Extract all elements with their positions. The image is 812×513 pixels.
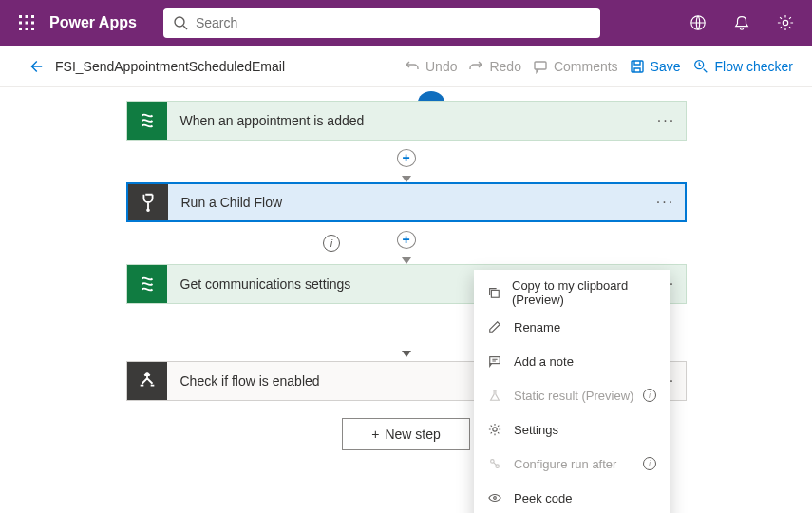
svg-point-12 [783, 20, 787, 25]
notifications-icon[interactable] [723, 4, 761, 42]
command-bar: FSI_SendAppointmentScheduledEmail Undo R… [0, 46, 812, 87]
menu-peek-code[interactable]: Peek code [474, 481, 670, 513]
menu-run-after: Configure run after i [474, 446, 670, 481]
step-menu-button[interactable]: ··· [647, 194, 685, 211]
menu-copy[interactable]: Copy to my clipboard (Preview) [474, 276, 670, 310]
comments-icon [533, 59, 548, 74]
gear-icon [487, 422, 502, 437]
dataverse-icon [127, 102, 167, 140]
brand-title: Power Apps [49, 14, 137, 31]
step-label: Run a Child Flow [168, 195, 647, 210]
svg-rect-8 [31, 28, 34, 30]
svg-rect-7 [26, 28, 28, 30]
child-flow-icon [128, 184, 168, 220]
search-field[interactable] [196, 15, 591, 30]
flask-icon [487, 388, 502, 403]
redo-icon [468, 59, 483, 74]
save-icon [630, 59, 645, 74]
eye-icon [487, 490, 502, 505]
run-after-icon [487, 456, 502, 471]
comments-button[interactable]: Comments [533, 59, 618, 74]
step-menu-button[interactable]: ··· [648, 112, 686, 129]
redo-button[interactable]: Redo [468, 59, 520, 74]
svg-rect-3 [19, 22, 22, 25]
connector: + [0, 141, 812, 182]
save-button[interactable]: Save [630, 59, 681, 74]
app-launcher-icon[interactable] [8, 4, 46, 42]
menu-static-result: Static result (Preview) i [474, 378, 670, 412]
step-label: When an appointment is added [167, 113, 648, 128]
note-icon [487, 353, 502, 369]
svg-rect-0 [19, 15, 22, 18]
flow-checker-button[interactable]: Flow checker [692, 58, 793, 75]
svg-point-16 [147, 209, 149, 211]
svg-rect-14 [632, 61, 643, 72]
svg-point-9 [175, 17, 184, 27]
info-icon[interactable]: i [323, 235, 340, 252]
top-app-bar: Power Apps [0, 0, 812, 46]
connector: i + [0, 222, 812, 264]
search-icon [173, 15, 188, 30]
menu-note[interactable]: Add a note [474, 344, 670, 378]
svg-rect-6 [19, 28, 22, 30]
flow-checker-icon [692, 58, 709, 75]
copy-icon [487, 285, 500, 300]
svg-point-21 [496, 465, 500, 468]
settings-gear-icon[interactable] [766, 4, 804, 42]
svg-rect-2 [31, 15, 34, 18]
menu-rename[interactable]: Rename [474, 310, 670, 344]
flow-title: FSI_SendAppointmentScheduledEmail [55, 59, 285, 74]
add-step-button[interactable]: + [397, 149, 416, 167]
step-context-menu: Copy to my clipboard (Preview) Rename Ad… [474, 270, 670, 513]
dataverse-icon [127, 265, 167, 303]
step-run-child-flow[interactable]: Run a Child Flow ··· [126, 182, 687, 222]
step-appointment-added[interactable]: When an appointment is added ··· [126, 101, 687, 141]
undo-button[interactable]: Undo [405, 59, 457, 74]
flow-canvas: When an appointment is added ··· + Run a… [0, 87, 812, 513]
info-icon[interactable]: i [643, 389, 656, 402]
svg-rect-4 [26, 22, 28, 25]
plus-icon: + [371, 427, 379, 442]
new-step-button[interactable]: + New step [342, 418, 470, 450]
svg-rect-1 [26, 15, 28, 18]
environment-icon[interactable] [679, 4, 717, 42]
svg-point-22 [494, 497, 497, 500]
add-step-button[interactable]: + [397, 231, 416, 249]
undo-icon [405, 59, 420, 74]
svg-rect-13 [535, 62, 546, 69]
edit-icon [487, 319, 502, 334]
menu-settings[interactable]: Settings [474, 412, 670, 446]
back-button[interactable] [27, 58, 44, 75]
svg-rect-17 [491, 290, 499, 297]
svg-point-19 [493, 428, 497, 431]
svg-point-20 [491, 460, 495, 464]
info-icon[interactable]: i [643, 457, 656, 470]
svg-rect-18 [490, 357, 500, 364]
condition-icon [127, 362, 167, 400]
svg-rect-5 [31, 22, 34, 25]
connector [0, 304, 812, 361]
search-input[interactable] [163, 8, 600, 38]
svg-line-10 [183, 26, 187, 29]
